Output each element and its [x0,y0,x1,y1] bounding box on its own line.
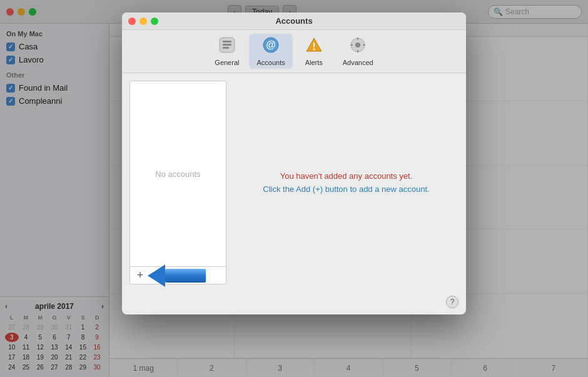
dialog-maximize-button[interactable] [151,18,158,25]
svg-point-8 [313,49,315,51]
svg-rect-3 [223,47,229,49]
add-account-button[interactable]: + [134,269,146,282]
svg-rect-13 [350,44,353,46]
general-icon [218,36,236,58]
arrow-head [148,264,165,287]
arrow-shape [148,264,206,287]
svg-point-10 [355,43,360,48]
tab-advanced-label: Advanced [343,59,373,66]
dialog-content: No accounts + You haven't added any acco… [122,73,466,292]
modal-overlay: Accounts General @ [0,0,588,377]
tab-general-label: General [215,59,239,66]
svg-rect-2 [223,44,231,46]
accounts-dialog: Accounts General @ [122,13,466,314]
accounts-detail-panel: You haven't added any accounts yet. Clic… [234,81,459,284]
accounts-list-panel: No accounts + [129,81,226,284]
detail-sub-text: Click the Add (+) button to add a new ac… [263,184,429,194]
dialog-minimize-button[interactable] [139,18,147,25]
svg-text:@: @ [266,39,276,50]
alerts-icon [305,36,323,58]
dialog-traffic-lights [128,18,158,25]
accounts-list-bottom: + [130,266,226,284]
help-button[interactable]: ? [446,296,459,308]
blue-arrow [148,264,206,287]
svg-rect-11 [357,38,358,40]
accounts-icon: @ [262,36,280,58]
tab-accounts[interactable]: @ Accounts [249,34,292,69]
tab-alerts-label: Alerts [305,59,323,66]
arrow-body [165,269,206,283]
detail-main-text: You haven't added any accounts yet. [280,171,413,181]
svg-rect-7 [313,43,315,48]
dialog-titlebar: Accounts [122,13,466,30]
tab-accounts-label: Accounts [256,59,285,66]
dialog-footer: ? [122,292,466,314]
no-accounts-text: No accounts [130,81,226,266]
svg-rect-14 [363,44,365,46]
dialog-title: Accounts [128,16,460,26]
dialog-toolbar: General @ Accounts [122,30,466,73]
tab-alerts[interactable]: Alerts [295,34,333,69]
tab-advanced[interactable]: Advanced [335,34,381,69]
dialog-close-button[interactable] [128,18,136,25]
svg-rect-1 [223,41,231,43]
svg-rect-12 [357,50,358,53]
advanced-icon [349,36,367,58]
detail-text-line1: You haven't added any accounts yet. [280,171,413,181]
tab-general[interactable]: General [207,34,246,69]
